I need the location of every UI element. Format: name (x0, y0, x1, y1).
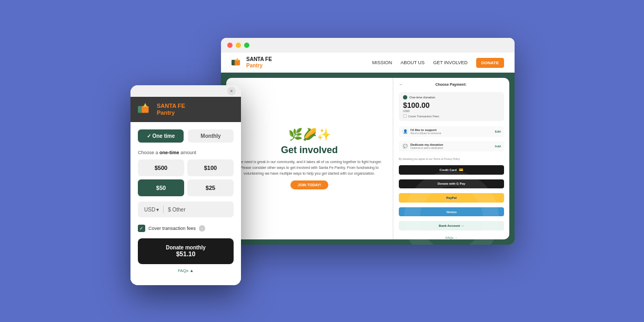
dedicate-left: 💬 Dedicate my donation Optional to add a… (402, 143, 443, 149)
one-time-radio-row: One-time donation (403, 95, 500, 99)
nav-links: MISSION ABOUT US GET INVOLVED DONATE (372, 58, 504, 68)
other-amount-row: USD ▾ $ Other (138, 202, 234, 217)
dedicate-text-block: Dedicate my donation Optional to add a d… (410, 143, 443, 149)
desktop-browser: SANTA FE Pantry MISSION ABOUT US GET INV… (221, 38, 515, 245)
back-arrow[interactable]: ← (399, 82, 403, 87)
svg-rect-1 (235, 60, 240, 65)
amount-25-button[interactable]: $25 (187, 179, 234, 196)
browser-dot-yellow[interactable] (236, 43, 241, 48)
cover-fees-label: Cover transaction fees (148, 226, 196, 231)
nav-about[interactable]: ABOUT US (400, 60, 425, 65)
tab-monthly[interactable]: Monthly (188, 129, 234, 143)
support-row: 👤 I'd like to support Send a tribute to … (399, 126, 504, 137)
mobile-content: ✓ One time Monthly Choose a one-time amo… (130, 122, 241, 285)
svg-rect-4 (142, 106, 148, 113)
tab-one-time[interactable]: ✓ One time (138, 129, 184, 143)
nav-donate-button[interactable]: DONATE (476, 58, 504, 68)
nav-get-involved[interactable]: GET INVOLVED (433, 60, 468, 65)
support-text-block: I'd like to support Send a tribute to so… (410, 128, 441, 135)
svg-marker-5 (143, 103, 147, 107)
mobile-tabs: ✓ One time Monthly (138, 129, 234, 143)
cover-fees-label: Cover Transaction Fees (408, 115, 439, 118)
svg-marker-2 (236, 57, 239, 61)
separator (163, 206, 164, 213)
info-icon[interactable]: i (199, 225, 205, 232)
donate-button[interactable]: Donate monthly $51.10 (138, 238, 234, 264)
mobile-faqs-link[interactable]: FAQs ▲ (138, 268, 234, 273)
dedicate-icon: 💬 (402, 143, 408, 149)
dedicate-sub: Optional to add a dedication (410, 146, 443, 149)
mobile-close-button[interactable]: × (227, 87, 236, 95)
mobile-logo-bar: SANTA FE Pantry (130, 97, 241, 122)
mobile-header: × (130, 85, 241, 97)
browser-dot-green[interactable] (244, 43, 249, 48)
get-involved-description: The need is great in our community, and … (232, 159, 387, 177)
navbar: SANTA FE Pantry MISSION ABOUT US GET INV… (221, 53, 515, 73)
get-involved-left: 🌿🌽✨ Get involved The need is great in ou… (226, 78, 393, 239)
get-involved-title: Get involved (281, 145, 338, 156)
mobile-body: SANTA FE Pantry ✓ One time Monthly Choos… (130, 97, 241, 285)
browser-dot-red[interactable] (227, 43, 233, 48)
browser-content: SANTA FE Pantry MISSION ABOUT US GET INV… (221, 53, 515, 245)
mobile-browser: × SANTA FE Pantry ✓ One time Monthly (130, 85, 241, 285)
browser-chrome (221, 38, 515, 53)
mobile-logo-text: SANTA FE Pantry (157, 103, 185, 116)
mobile-logo-icon (138, 102, 153, 117)
donate-button-amount: $51.10 (144, 250, 227, 258)
support-edit-button[interactable]: Edit (495, 130, 501, 133)
payment-terms: By donating you agree to our Terms & Pri… (399, 157, 504, 160)
cover-fees-checkbox[interactable] (403, 114, 407, 118)
support-left: 👤 I'd like to support Send a tribute to … (402, 128, 441, 135)
decorative-icons: 🌿🌽✨ (288, 128, 331, 142)
logo-text: SANTA FE Pantry (246, 56, 272, 69)
amount-currency: USD (403, 109, 500, 113)
amount-100-button[interactable]: $100 (187, 159, 234, 176)
join-today-button[interactable]: JOIN TODAY! (290, 180, 328, 189)
radio-selected[interactable] (403, 95, 407, 99)
browser-main: 🌿🌽✨ Get involved The need is great in ou… (221, 73, 515, 245)
payment-amount-box: One-time donation $100.00 USD Cover Tran… (399, 92, 504, 121)
amount-50-button[interactable]: $50 (138, 179, 184, 196)
cover-fees-row: ✓ Cover transaction fees i (138, 225, 234, 232)
cover-fees-checkbox[interactable]: ✓ (138, 225, 145, 232)
cover-fees-row: Cover Transaction Fees (403, 114, 500, 118)
logo-icon (232, 57, 243, 68)
one-time-label: One-time donation (409, 96, 435, 99)
payment-header: Choose Payment: (435, 83, 466, 86)
payment-nav: ← Choose Payment: (399, 82, 504, 87)
support-sub: Send a tribute to someone (410, 132, 441, 135)
donate-button-label: Donate monthly (144, 245, 227, 250)
nav-mission[interactable]: MISSION (372, 60, 392, 65)
other-amount-label[interactable]: $ Other (168, 207, 185, 213)
dedicate-add-button[interactable]: Add (495, 145, 501, 148)
support-person-icon: 👤 (402, 128, 408, 135)
amount-label: Choose a one-time amount (138, 150, 234, 155)
amount-grid: $500 $100 $50 $25 (138, 159, 234, 196)
currency-select[interactable]: USD ▾ (144, 207, 159, 213)
dedicate-row: 💬 Dedicate my donation Optional to add a… (399, 141, 504, 152)
navbar-logo: SANTA FE Pantry (232, 56, 272, 69)
amount-500-button[interactable]: $500 (138, 159, 184, 176)
amount-value: $100.00 (403, 101, 500, 109)
